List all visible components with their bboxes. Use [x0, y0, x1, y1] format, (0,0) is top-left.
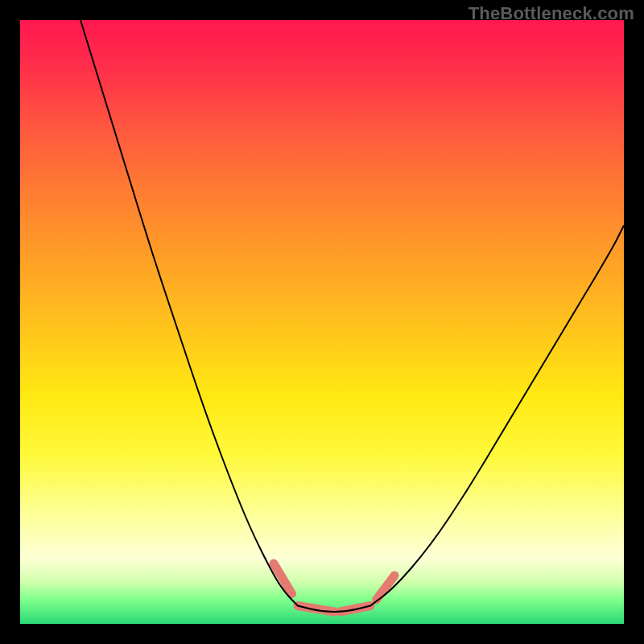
- chart-frame: TheBottleneck.com: [0, 0, 644, 644]
- curve-layer: [20, 20, 624, 624]
- valley-marker-group: [274, 564, 394, 612]
- plot-area: [20, 20, 624, 624]
- bottleneck-curve: [80, 20, 624, 612]
